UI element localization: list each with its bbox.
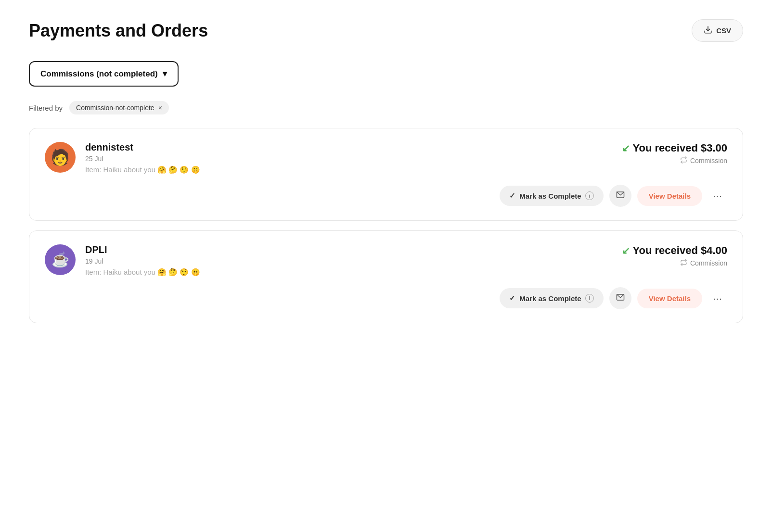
user-info-1: dennistest 25 Jul Item: Haiku about you … (85, 142, 200, 174)
view-details-button-1[interactable]: View Details (637, 186, 702, 206)
card-top-1: 🧑 dennistest 25 Jul Item: Haiku about yo… (45, 142, 727, 174)
card-actions-1: ✓ Mark as Complete i View Details ··· (45, 185, 727, 207)
commission-label-2: Commission (622, 259, 728, 267)
avatar-dpli: ☕ (45, 244, 76, 275)
more-options-button-1[interactable]: ··· (708, 186, 727, 205)
email-button-1[interactable] (609, 185, 631, 207)
filter-tag-close-icon[interactable]: × (158, 104, 162, 112)
page-header: Payments and Orders CSV (29, 19, 743, 42)
email-button-2[interactable] (609, 287, 631, 309)
card-top-2: ☕ DPLI 19 Jul Item: Haiku about you 🤗 🤔 … (45, 244, 727, 277)
filter-tag[interactable]: Commission-not-complete × (69, 101, 169, 114)
commission-text-1: Commission (690, 157, 727, 165)
card-left-1: 🧑 dennistest 25 Jul Item: Haiku about yo… (45, 142, 200, 174)
amount-line-1: ↙ You received $3.00 (622, 142, 728, 154)
mark-complete-button-1[interactable]: ✓ Mark as Complete i (500, 186, 603, 206)
card-right-2: ↙ You received $4.00 Commission (622, 244, 728, 267)
info-icon-2: i (585, 294, 594, 303)
order-card-2: ☕ DPLI 19 Jul Item: Haiku about you 🤗 🤔 … (29, 230, 743, 323)
filter-row: Filtered by Commission-not-complete × (29, 101, 743, 114)
item-line-2: Item: Haiku about you 🤗 🤔 🤥 🤫 (85, 268, 200, 277)
more-dots-icon-2: ··· (713, 293, 722, 304)
received-icon-1: ↙ (622, 142, 630, 154)
date-1: 25 Jul (85, 155, 200, 163)
page-title: Payments and Orders (29, 21, 208, 41)
dropdown-chevron-icon: ▾ (163, 69, 167, 79)
view-details-button-2[interactable]: View Details (637, 289, 702, 308)
card-left-2: ☕ DPLI 19 Jul Item: Haiku about you 🤗 🤔 … (45, 244, 200, 277)
commission-text-2: Commission (690, 259, 727, 267)
avatar-emoji-1: 🧑 (51, 150, 70, 165)
csv-download-icon (704, 25, 712, 36)
date-2: 19 Jul (85, 257, 200, 265)
csv-button[interactable]: CSV (692, 19, 743, 42)
commission-icon-2 (680, 259, 687, 267)
avatar-dennistest: 🧑 (45, 142, 76, 173)
amount-line-2: ↙ You received $4.00 (622, 244, 728, 257)
csv-button-label: CSV (716, 26, 731, 35)
email-icon-1 (616, 190, 625, 202)
email-icon-2 (616, 293, 625, 304)
user-info-2: DPLI 19 Jul Item: Haiku about you 🤗 🤔 🤥 … (85, 244, 200, 277)
amount-value-1: You received $3.00 (633, 142, 728, 154)
mark-complete-label-1: Mark as Complete (519, 192, 581, 200)
received-icon-2: ↙ (622, 245, 630, 256)
commission-icon-1 (680, 156, 687, 165)
username-2: DPLI (85, 244, 200, 255)
avatar-emoji-2: ☕ (51, 253, 69, 267)
commission-label-1: Commission (622, 156, 728, 165)
mark-complete-label-2: Mark as Complete (519, 294, 581, 303)
amount-value-2: You received $4.00 (633, 244, 728, 257)
info-icon-1: i (585, 191, 594, 200)
username-1: dennistest (85, 142, 200, 153)
commissions-filter-dropdown[interactable]: Commissions (not completed) ▾ (29, 61, 179, 87)
more-dots-icon-1: ··· (713, 190, 722, 202)
mark-complete-button-2[interactable]: ✓ Mark as Complete i (500, 288, 603, 308)
item-line-1: Item: Haiku about you 🤗 🤔 🤥 🤫 (85, 165, 200, 174)
filter-dropdown-label: Commissions (not completed) (40, 69, 158, 79)
card-right-1: ↙ You received $3.00 Commission (622, 142, 728, 165)
filter-tag-label: Commission-not-complete (76, 104, 154, 112)
checkmark-icon-2: ✓ (509, 294, 515, 303)
more-options-button-2[interactable]: ··· (708, 289, 727, 308)
checkmark-icon-1: ✓ (509, 191, 515, 200)
order-card-1: 🧑 dennistest 25 Jul Item: Haiku about yo… (29, 128, 743, 221)
card-actions-2: ✓ Mark as Complete i View Details ··· (45, 287, 727, 309)
filtered-by-label: Filtered by (29, 104, 63, 112)
